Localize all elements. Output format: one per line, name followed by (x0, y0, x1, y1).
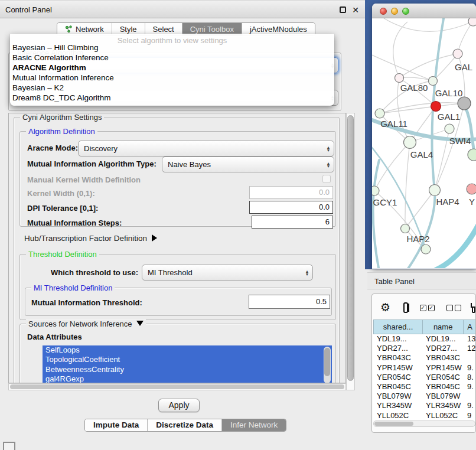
attribute-item-selected[interactable]: SelfLoops (43, 345, 332, 355)
table-row[interactable]: YPR145WYPR145W9. (373, 363, 476, 373)
network-window-titlebar[interactable] (372, 4, 476, 18)
node-gal10[interactable] (429, 77, 438, 86)
select-all-columns-icon[interactable]: ✓✓ (420, 305, 435, 311)
aracne-mode-combobox[interactable]: Discovery ▲▼ (78, 141, 334, 156)
algorithm-option[interactable]: Bayesian – K2 (10, 83, 334, 93)
node-label-gal4: GAL4 (410, 149, 433, 159)
tab-impute-data[interactable]: Impute Data (85, 419, 147, 431)
algorithm-option[interactable]: Mutual Information Inference (10, 73, 334, 83)
table-row[interactable]: YBR045CYBR045C9. (373, 382, 476, 392)
node-label-gal11: GAL11 (380, 119, 407, 129)
node-salmon[interactable] (467, 184, 476, 194)
combo-arrows-icon: ▲▼ (323, 146, 334, 152)
minimize-traffic-light-icon[interactable] (391, 8, 398, 15)
attribute-list-scrollbar[interactable] (324, 347, 331, 383)
table-row[interactable]: YDL19...YDL19...13 (373, 334, 476, 344)
collapse-down-icon (136, 321, 144, 326)
table-row[interactable]: YDR27...YDR27...12 (373, 344, 476, 353)
network-node[interactable] (468, 149, 476, 161)
close-traffic-light-icon[interactable] (380, 8, 387, 15)
algorithm-option-selected[interactable]: ARACNE Algorithm (10, 63, 334, 73)
popup-hint: Select algorithm to view settings (10, 34, 334, 43)
table-row[interactable]: YLL052CYLL052C9 (373, 411, 476, 420)
cyni-settings-title: Cyni Algorithm Settings (20, 113, 104, 122)
expand-right-icon (152, 234, 157, 242)
network-node[interactable] (421, 244, 431, 254)
settings-horizontal-scrollbar[interactable] (8, 383, 346, 390)
node-gal80[interactable] (395, 74, 404, 83)
network-node[interactable] (453, 49, 462, 58)
mi-threshold-field[interactable]: 0.5 (249, 295, 330, 309)
attribute-item-selected[interactable]: TopologicalCoefficient (43, 355, 332, 364)
node-label-gal10: GAL10 (435, 88, 463, 98)
table-toolbar: ⚙ ✓✓ (372, 298, 475, 318)
table-row[interactable]: YBL079WYBL079W (373, 392, 476, 401)
column-header-name[interactable]: name (423, 319, 464, 334)
columns-icon[interactable] (403, 302, 407, 313)
mi-type-label: Mutual Information Algorithm Type: (27, 159, 157, 168)
table-row[interactable]: YER054CYER054C8. (373, 373, 476, 382)
mi-type-combobox[interactable]: Naive Bayes ▲▼ (162, 156, 334, 172)
tab-discretize-data[interactable]: Discretize Data (147, 419, 221, 431)
node-label: GAL (455, 62, 472, 72)
algorithm-option[interactable]: Dream8 DC_TDC Algorithm (10, 93, 334, 103)
table-panel-title: Table Panel (374, 273, 415, 291)
network-node[interactable] (468, 18, 476, 26)
node-gal1-red[interactable] (431, 102, 441, 112)
combo-arrows-icon: ▲▼ (323, 162, 334, 168)
table-row[interactable]: YLR345WYLR345W9. (373, 401, 476, 410)
float-window-icon[interactable] (340, 6, 346, 13)
network-canvas[interactable]: GAL GAL80 GAL10 GAL1 GAL11 SWI4 GAL4 GCY… (372, 18, 476, 268)
which-threshold-combobox[interactable]: MI Threshold ▲▼ (142, 265, 313, 281)
algorithm-definition-title: Algorithm Definition (26, 127, 97, 136)
mi-steps-label: Mutual Information Steps: (27, 219, 122, 227)
mi-steps-field[interactable]: 6 (252, 216, 333, 229)
column-header-shared-name[interactable]: shared... (373, 319, 423, 334)
export-table-icon[interactable] (472, 303, 475, 313)
control-panel-titlebar: Control Panel ✕ (0, 1, 365, 18)
tab-infer-network[interactable]: Infer Network (221, 419, 286, 431)
mi-threshold-label: Mutual Information Threshold: (31, 298, 142, 307)
kernel-width-label: Kernel Width (0,1): (27, 189, 95, 198)
table-panel-titlebar: Table Panel (367, 272, 476, 290)
node-label-gcy1: GCY1 (373, 197, 397, 207)
node-swi4[interactable] (445, 124, 454, 133)
data-attributes-list: SelfLoops TopologicalCoefficient Between… (43, 345, 332, 383)
node-hap2[interactable] (401, 224, 410, 233)
node-gal11[interactable] (375, 109, 384, 118)
hub-definition-label: Hub/Transcription Factor Definition (24, 234, 147, 243)
node-gal4[interactable] (404, 136, 416, 149)
deselect-all-columns-icon[interactable] (446, 305, 461, 311)
combo-arrows-icon: ▲▼ (302, 270, 312, 276)
dock-panel-icon[interactable] (3, 442, 15, 450)
sources-group-title: Sources for Network Inference (26, 319, 146, 328)
threshold-definition-group: Threshold Definition Which threshold to … (19, 254, 336, 320)
table-body: YDL19...YDL19...13 YDR27...YDR27...12 YB… (373, 334, 476, 420)
algorithm-option[interactable]: Basic Correlation Inference (10, 53, 334, 63)
kernel-width-field[interactable]: 0.0 (249, 186, 333, 199)
table-row[interactable]: YBR043CYBR043C (373, 353, 476, 363)
data-attributes-label: Data Attributes (27, 332, 82, 341)
close-icon[interactable]: ✕ (352, 5, 359, 15)
table-panel: ⚙ ✓✓ shared... name A YDL19...YDL19...13… (371, 294, 476, 433)
hub-definition-expander[interactable]: Hub/Transcription Factor Definition (24, 234, 157, 243)
node-gray[interactable] (458, 97, 471, 110)
which-threshold-label: Which threshold to use: (51, 268, 138, 277)
dpi-tolerance-label: DPI Tolerance [0,1]: (27, 204, 98, 213)
node-gcy1[interactable] (372, 186, 379, 195)
node-hap4[interactable] (429, 185, 441, 196)
gear-icon[interactable]: ⚙ (380, 302, 390, 314)
mi-threshold-title: MI Threshold Definition (31, 283, 115, 292)
attribute-item-selected[interactable]: BetweennessCentrality (43, 365, 332, 374)
manual-kernel-checkbox[interactable] (322, 175, 331, 183)
algorithm-definition-group: Algorithm Definition Aracne Mode: Discov… (19, 131, 336, 227)
zoom-traffic-light-icon[interactable] (402, 8, 409, 15)
column-header-partial[interactable]: A (464, 319, 476, 334)
settings-vertical-scrollbar[interactable] (346, 113, 355, 390)
attribute-item-selected[interactable]: gal4RGexp (43, 374, 332, 383)
aracne-mode-label: Aracne Mode: (27, 144, 78, 152)
dpi-tolerance-field[interactable]: 0.0 (249, 201, 333, 214)
apply-button[interactable]: Apply (158, 399, 200, 412)
network-frame: GAL GAL80 GAL10 GAL1 GAL11 SWI4 GAL4 GCY… (365, 0, 476, 269)
table-horizontal-scrollbar[interactable] (373, 420, 475, 427)
